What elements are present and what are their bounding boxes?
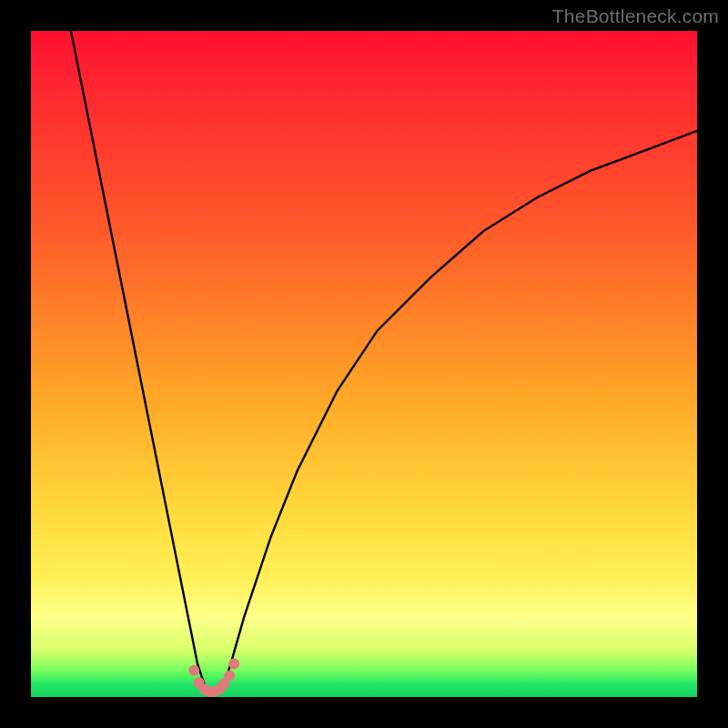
- trough-dot: [188, 665, 199, 676]
- bottleneck-curve: [71, 31, 697, 693]
- trough-dot: [228, 658, 239, 669]
- chart-svg: [31, 31, 697, 697]
- trough-marker: [188, 658, 239, 697]
- chart-frame: TheBottleneck.com: [0, 0, 728, 728]
- watermark-text: TheBottleneck.com: [552, 5, 719, 27]
- plot-area: [31, 31, 697, 697]
- trough-dot: [224, 671, 235, 682]
